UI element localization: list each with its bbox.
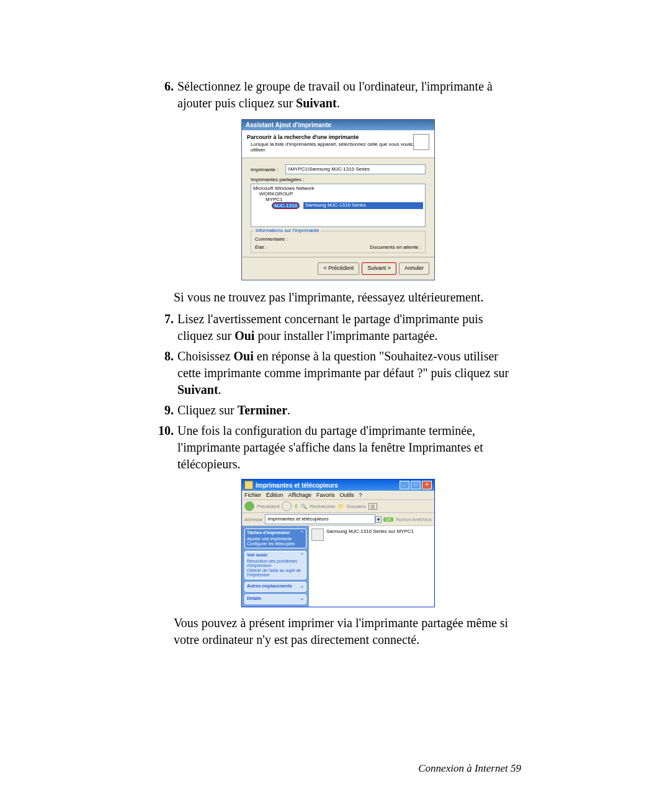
up-icon[interactable]: ⇧ bbox=[294, 504, 298, 509]
tree-node-workgroup[interactable]: WORKGROUP bbox=[259, 191, 423, 197]
note-after-step-6: Si vous ne trouvez pas l'imprimante, rée… bbox=[174, 289, 521, 306]
address-dropdown-icon[interactable]: ▾ bbox=[375, 516, 382, 523]
dialog-button-bar: < Précédent Suivant > Annuler bbox=[242, 257, 434, 280]
text: . bbox=[218, 383, 221, 396]
views-icon[interactable]: ▥ bbox=[368, 503, 377, 510]
step-body: Une fois la configuration du partage d'i… bbox=[177, 422, 521, 473]
tree-node-printer-selected[interactable]: MJC-1310 Samsung MJC-1310 Series bbox=[272, 202, 423, 209]
address-label: Adresse bbox=[244, 517, 262, 522]
tasks-sidebar: Tâches d'impression ⌃ Ajouter une imprim… bbox=[242, 526, 309, 607]
address-input[interactable]: Imprimantes et télécopieurs bbox=[265, 514, 375, 524]
step-8: 8. Choisissez Oui en réponse à la questi… bbox=[155, 348, 521, 398]
go-button[interactable]: OK bbox=[383, 517, 393, 522]
text: pour installer l'imprimante partagée. bbox=[254, 329, 437, 342]
close-button[interactable]: × bbox=[422, 481, 432, 489]
bold-word: Suivant bbox=[177, 383, 218, 396]
configure-fax-link[interactable]: Configurer les télécopies bbox=[247, 542, 304, 546]
step-body: Choisissez Oui en réponse à la question … bbox=[177, 348, 521, 398]
search-label: Rechercher bbox=[310, 504, 335, 509]
step-body: Cliquez sur Terminer. bbox=[177, 402, 521, 419]
norton-label: Norton AntiVirus bbox=[396, 517, 432, 522]
back-button[interactable] bbox=[244, 501, 254, 511]
toolbar: Précédent ⇧ 🔍 Rechercher 📁 Dossiers ▥ bbox=[242, 500, 434, 513]
shared-printers-tree[interactable]: Microsoft Windows Network WORKGROUP MYPC… bbox=[251, 184, 426, 227]
search-icon[interactable]: 🔍 bbox=[301, 504, 307, 509]
collapse-icon[interactable]: ⌃ bbox=[300, 530, 304, 535]
step-body: Sélectionnez le groupe de travail ou l'o… bbox=[177, 78, 521, 112]
menu-edit[interactable]: Édition bbox=[266, 492, 284, 498]
folders-label: Dossiers bbox=[347, 504, 366, 509]
step-9: 9. Cliquez sur Terminer. bbox=[155, 402, 521, 419]
window-title: Imprimantes et télécopieurs bbox=[256, 482, 398, 489]
menu-tools[interactable]: Outils bbox=[339, 492, 354, 498]
help-link[interactable]: Obtenir de l'aide au sujet de l'impressi… bbox=[247, 568, 304, 577]
dialog-header: Parcourir à la recherche d'une imprimant… bbox=[242, 130, 434, 158]
panel-heading: Voir aussi bbox=[247, 553, 267, 558]
menu-file[interactable]: Fichier bbox=[244, 492, 261, 498]
printer-tasks-panel: Tâches d'impression ⌃ Ajouter une imprim… bbox=[244, 529, 306, 548]
printer-icon bbox=[413, 134, 429, 150]
maximize-button[interactable]: □ bbox=[411, 481, 421, 489]
see-also-panel: Voir aussi ⌃ Résolution des problèmes d'… bbox=[244, 551, 306, 579]
note-after-step-10: Vous pouvez à présent imprimer via l'imp… bbox=[174, 615, 521, 648]
printer-item[interactable]: Samsung MJC-1310 Series sur MYPC1 bbox=[311, 529, 432, 541]
window-titlebar: Imprimantes et télécopieurs _ □ × bbox=[242, 480, 434, 491]
cancel-button[interactable]: Annuler bbox=[399, 262, 429, 275]
dialog-body: Imprimante : \\MYPC1\Samsung MJC-1310 Se… bbox=[242, 158, 434, 257]
document-page: 6. Sélectionnez le groupe de travail ou … bbox=[0, 0, 670, 812]
text: . bbox=[337, 96, 340, 110]
add-printer-wizard-dialog: Assistant Ajout d'imprimante Parcourir à… bbox=[241, 119, 435, 280]
menu-bar: Fichier Édition Affichage Favoris Outils… bbox=[242, 491, 434, 500]
printer-info-group: Informations sur l'imprimante Commentair… bbox=[251, 231, 426, 253]
text: Une fois la configuration du partage d'i… bbox=[177, 424, 483, 471]
page-footer: Connexion à Internet 59 bbox=[418, 762, 521, 775]
step-number: 10. bbox=[155, 422, 177, 439]
other-places-panel[interactable]: Autres emplacements ⌄ bbox=[244, 582, 306, 592]
dialog-heading: Parcourir à la recherche d'une imprimant… bbox=[247, 134, 429, 140]
text: Choisissez bbox=[177, 349, 234, 363]
step-6: 6. Sélectionnez le groupe de travail ou … bbox=[155, 78, 521, 112]
forward-button[interactable] bbox=[282, 501, 292, 511]
printers-and-faxes-window: Imprimantes et télécopieurs _ □ × Fichie… bbox=[241, 479, 435, 607]
selected-printer-share: MJC-1310 bbox=[272, 202, 300, 209]
step-number: 7. bbox=[155, 311, 177, 328]
back-label: Précédent bbox=[257, 504, 279, 509]
next-button[interactable]: Suivant > bbox=[362, 262, 396, 275]
bold-word: Oui bbox=[234, 349, 254, 363]
tree-node-network[interactable]: Microsoft Windows Network bbox=[253, 185, 423, 191]
shared-printers-label: Imprimantes partagées : bbox=[251, 177, 426, 182]
text: Cliquez sur bbox=[177, 403, 238, 417]
details-panel[interactable]: Détails ⌄ bbox=[244, 594, 306, 604]
expand-icon[interactable]: ⌄ bbox=[300, 596, 304, 601]
folder-icon bbox=[244, 481, 253, 489]
pending-docs-label: Documents en attente : bbox=[370, 244, 421, 250]
address-bar: Adresse Imprimantes et télécopieurs ▾ OK… bbox=[242, 513, 434, 526]
tree-node-computer[interactable]: MYPC1 bbox=[266, 197, 423, 202]
printer-label: Imprimante : bbox=[251, 167, 285, 172]
expand-icon[interactable]: ⌄ bbox=[300, 584, 304, 589]
dialog-subheading: Lorsque la liste d'imprimantes apparaît,… bbox=[251, 141, 429, 153]
troubleshoot-link[interactable]: Résolution des problèmes d'impression bbox=[247, 559, 304, 568]
step-number: 6. bbox=[155, 78, 177, 95]
collapse-icon[interactable]: ⌃ bbox=[300, 553, 304, 558]
step-body: Lisez l'avertissement concernant le part… bbox=[177, 311, 521, 344]
step-10: 10. Une fois la configuration du partage… bbox=[155, 422, 521, 473]
menu-view[interactable]: Affichage bbox=[288, 492, 311, 498]
text: . bbox=[287, 403, 290, 417]
printer-path-input[interactable]: \\MYPC1\Samsung MJC-1310 Series bbox=[285, 164, 426, 174]
bold-word: Suivant bbox=[296, 96, 337, 110]
printer-name: Samsung MJC-1310 Series sur MYPC1 bbox=[326, 529, 414, 534]
minimize-button[interactable]: _ bbox=[400, 481, 409, 489]
comment-label: Commentaire : bbox=[255, 236, 287, 242]
menu-help[interactable]: ? bbox=[359, 492, 362, 498]
step-number: 8. bbox=[155, 348, 177, 365]
step-number: 9. bbox=[155, 402, 177, 419]
back-button[interactable]: < Précédent bbox=[318, 262, 359, 275]
menu-favorites[interactable]: Favoris bbox=[316, 492, 335, 498]
add-printer-link[interactable]: Ajouter une imprimante bbox=[247, 537, 304, 541]
window-content: Tâches d'impression ⌃ Ajouter une imprim… bbox=[242, 526, 434, 607]
bold-word: Oui bbox=[234, 329, 254, 342]
folders-icon[interactable]: 📁 bbox=[338, 504, 344, 509]
selected-printer-model: Samsung MJC-1310 Series bbox=[303, 202, 423, 209]
group-legend: Informations sur l'imprimante bbox=[254, 228, 321, 233]
